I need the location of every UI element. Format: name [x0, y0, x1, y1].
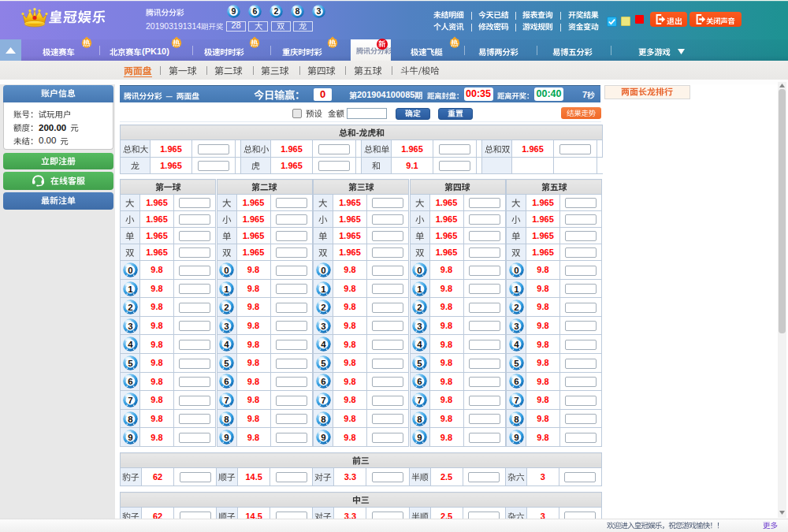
- svg-text:5: 5: [224, 359, 229, 368]
- svg-text:3: 3: [128, 322, 132, 331]
- svg-text:1: 1: [417, 284, 422, 293]
- svg-text:3: 3: [417, 322, 422, 331]
- svg-text:6: 6: [128, 377, 132, 386]
- svg-text:2: 2: [273, 6, 278, 16]
- svg-text:5: 5: [128, 359, 133, 368]
- svg-text:2: 2: [128, 303, 132, 312]
- svg-text:9: 9: [224, 433, 229, 442]
- svg-text:0: 0: [128, 266, 132, 275]
- svg-text:1: 1: [514, 284, 519, 293]
- svg-text:6: 6: [224, 377, 229, 386]
- svg-text:9: 9: [417, 433, 422, 442]
- svg-text:9: 9: [128, 433, 132, 442]
- svg-text:9: 9: [321, 433, 325, 442]
- svg-text:3: 3: [316, 6, 321, 16]
- svg-text:6: 6: [514, 377, 519, 386]
- svg-text:8: 8: [417, 415, 422, 424]
- svg-text:5: 5: [417, 359, 422, 368]
- svg-text:0: 0: [417, 266, 422, 275]
- svg-text:2: 2: [321, 303, 325, 312]
- svg-text:0: 0: [514, 266, 519, 275]
- svg-text:7: 7: [224, 396, 229, 405]
- svg-text:1: 1: [128, 284, 133, 293]
- svg-text:4: 4: [224, 340, 229, 349]
- svg-text:4: 4: [514, 340, 519, 349]
- svg-text:7: 7: [128, 396, 132, 405]
- svg-text:5: 5: [321, 359, 326, 368]
- svg-text:3: 3: [321, 322, 325, 331]
- svg-text:8: 8: [321, 415, 326, 424]
- svg-text:6: 6: [417, 377, 422, 386]
- svg-text:2: 2: [224, 303, 229, 312]
- svg-text:4: 4: [417, 340, 422, 349]
- svg-text:1: 1: [321, 284, 326, 293]
- svg-text:8: 8: [514, 415, 519, 424]
- svg-text:5: 5: [514, 359, 519, 368]
- svg-text:7: 7: [514, 396, 519, 405]
- svg-text:7: 7: [321, 396, 325, 405]
- svg-text:9: 9: [231, 6, 236, 16]
- svg-text:3: 3: [514, 322, 519, 331]
- svg-text:9: 9: [514, 433, 519, 442]
- svg-text:4: 4: [321, 340, 326, 349]
- svg-text:8: 8: [128, 415, 133, 424]
- svg-text:8: 8: [295, 6, 299, 16]
- svg-text:1: 1: [224, 284, 229, 293]
- svg-text:2: 2: [417, 303, 422, 312]
- svg-text:7: 7: [417, 396, 422, 405]
- svg-text:8: 8: [224, 415, 229, 424]
- svg-text:0: 0: [321, 266, 325, 275]
- svg-text:6: 6: [252, 6, 257, 16]
- svg-text:2: 2: [514, 303, 519, 312]
- svg-text:6: 6: [321, 377, 325, 386]
- svg-text:3: 3: [224, 322, 229, 331]
- svg-text:0: 0: [224, 266, 229, 275]
- svg-text:4: 4: [128, 340, 133, 349]
